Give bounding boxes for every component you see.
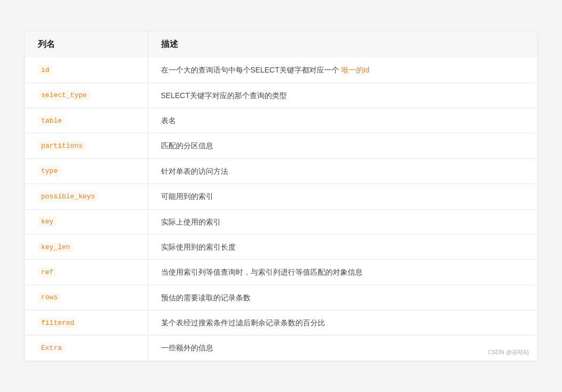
cell-col-name: ref [25,260,148,285]
desc-text: 当使用索引列等值查询时，与索引列进行等值匹配的对象信息 [161,268,363,276]
code-label: table [38,116,65,126]
cell-col-desc: 匹配的分区信息 [148,133,537,158]
code-label: key [38,217,57,227]
cell-col-desc: 针对单表的访问方法 [148,158,537,183]
watermark: CSDN @谷咕站 [488,348,529,356]
desc-text: 某个表经过搜索条件过滤后剩余记录条数的百分比 [161,318,325,327]
desc-text: 实际使用到的索引长度 [161,243,236,251]
desc-text: 表名 [161,116,176,125]
cell-col-desc: 一些额外的信息 [148,335,537,361]
code-label: possible_keys [38,191,98,202]
cell-col-name: key_len [25,234,148,259]
main-container: 列名 描述 id在一个大的查询语句中每个SELECT关键字都对应一个 唯一的id… [25,31,537,361]
table-row: Extra一些额外的信息 [25,335,537,361]
code-label: type [38,166,61,176]
desc-text: 针对单表的访问方法 [161,167,228,175]
desc-text: SELECT关键字对应的那个查询的类型 [161,91,287,100]
cell-col-name: filtered [25,310,148,335]
cell-col-desc: 预估的需要读取的记录条数 [148,285,537,310]
cell-col-desc: 当使用索引列等值查询时，与索引列进行等值匹配的对象信息 [148,260,537,285]
table-row: rows预估的需要读取的记录条数 [25,285,537,310]
table-row: ref当使用索引列等值查询时，与索引列进行等值匹配的对象信息 [25,260,537,285]
table-row: select_typeSELECT关键字对应的那个查询的类型 [25,83,537,108]
cell-col-name: rows [25,285,148,310]
desc-highlight: 唯一的id [341,66,370,74]
cell-col-name: type [25,158,148,183]
desc-text: 可能用到的索引 [161,192,213,201]
table-row: key_len实际使用到的索引长度 [25,234,537,259]
code-label: id [38,65,53,75]
cell-col-name: Extra [25,335,148,361]
table-row: filtered某个表经过搜索条件过滤后剩余记录条数的百分比 [25,310,537,335]
col-header-name: 列名 [25,31,148,58]
code-label: filtered [38,318,77,328]
cell-col-desc: 实际上使用的索引 [148,209,537,234]
cell-col-desc: 在一个大的查询语句中每个SELECT关键字都对应一个 唯一的id [148,58,537,83]
code-label: select_type [38,90,90,100]
code-label: ref [38,267,57,277]
cell-col-desc: SELECT关键字对应的那个查询的类型 [148,83,537,108]
table-row: type针对单表的访问方法 [25,158,537,183]
cell-col-name: select_type [25,83,148,108]
desc-text: 预估的需要读取的记录条数 [161,293,251,302]
desc-text: 一些额外的信息 [161,343,213,352]
code-label: rows [38,292,61,302]
table-header-row: 列名 描述 [25,31,537,58]
cell-col-desc: 可能用到的索引 [148,184,537,209]
desc-text: 在一个大的查询语句中每个SELECT关键字都对应一个 [161,66,341,74]
code-label: key_len [38,242,74,252]
cell-col-name: key [25,209,148,234]
cell-col-name: id [25,58,148,83]
code-label: partitions [38,141,86,151]
cell-col-name: partitions [25,133,148,158]
code-label: Extra [38,343,65,353]
table-row: partitions匹配的分区信息 [25,133,537,158]
cell-col-desc: 表名 [148,108,537,133]
desc-text: 匹配的分区信息 [161,141,213,150]
explain-table: 列名 描述 id在一个大的查询语句中每个SELECT关键字都对应一个 唯一的id… [25,31,537,361]
table-row: table表名 [25,108,537,133]
table-row: possible_keys可能用到的索引 [25,184,537,209]
table-row: id在一个大的查询语句中每个SELECT关键字都对应一个 唯一的id [25,58,537,83]
col-header-desc: 描述 [148,31,537,58]
desc-text: 实际上使用的索引 [161,218,221,226]
cell-col-desc: 某个表经过搜索条件过滤后剩余记录条数的百分比 [148,310,537,335]
table-row: key实际上使用的索引 [25,209,537,234]
cell-col-name: table [25,108,148,133]
cell-col-desc: 实际使用到的索引长度 [148,234,537,259]
cell-col-name: possible_keys [25,184,148,209]
